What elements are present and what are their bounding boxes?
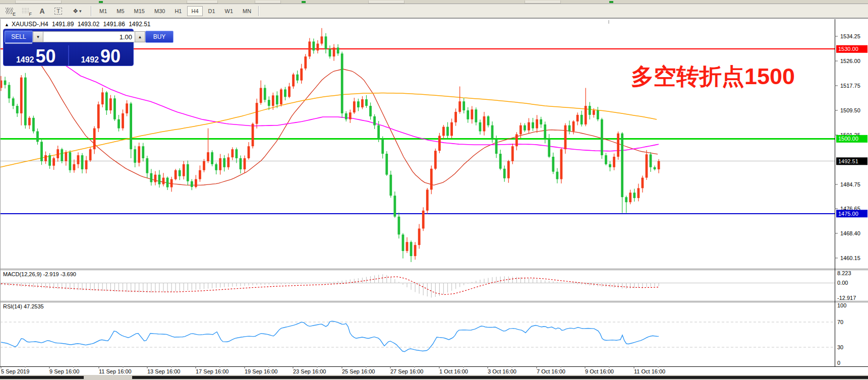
svg-text:19 Sep 16:00: 19 Sep 16:00	[245, 368, 277, 374]
mt4-window: E F A T ❖ ▾ M1 M5 M15 M30 H1 H4 D1 W1 MN…	[0, 0, 868, 380]
svg-text:100: 100	[837, 302, 846, 308]
text-label-icon: T	[54, 8, 62, 15]
symbol-period-label: XAUUSD-,H4	[12, 21, 48, 28]
fibonacci-fan-tool-button[interactable]: F	[19, 6, 33, 17]
svg-text:1534.25: 1534.25	[840, 33, 860, 39]
timeframe-button-mn[interactable]: MN	[239, 6, 255, 16]
tool-sub-label: F	[29, 12, 32, 17]
tool-sub-label: E	[13, 12, 16, 17]
sell-price-button[interactable]: 1492 50	[5, 44, 68, 67]
chart-annotation-text: 多空转折点1500	[631, 64, 795, 90]
chevron-down-icon: ▾	[79, 9, 82, 14]
svg-text:70: 70	[837, 319, 843, 325]
svg-text:7 Oct 16:00: 7 Oct 16:00	[537, 368, 565, 374]
svg-text:1460.15: 1460.15	[840, 255, 860, 261]
bottom-edge-segment	[132, 376, 868, 379]
svg-text:17 Sep 16:00: 17 Sep 16:00	[196, 368, 228, 374]
ohlc-close: 1492.51	[129, 21, 150, 28]
svg-text:1 Oct 16:00: 1 Oct 16:00	[439, 368, 468, 374]
svg-text:3 Oct 16:00: 3 Oct 16:00	[488, 368, 516, 374]
svg-text:1509.50: 1509.50	[840, 107, 860, 113]
timeframe-button-m15[interactable]: M15	[130, 6, 149, 16]
price-axis-surface[interactable]	[835, 19, 868, 366]
text-tool-icon: A	[39, 7, 44, 15]
ohlc-high: 1493.02	[78, 21, 99, 28]
svg-text:11 Sep 16:00: 11 Sep 16:00	[99, 368, 132, 374]
svg-text:25 Sep 16:00: 25 Sep 16:00	[342, 368, 375, 374]
svg-text:13 Sep 16:00: 13 Sep 16:00	[147, 368, 180, 374]
window-bottom-edge	[0, 375, 868, 380]
svg-text:8.223: 8.223	[837, 270, 851, 276]
timeframe-button-h4[interactable]: H4	[187, 6, 202, 16]
toolbar: E F A T ❖ ▾ M1 M5 M15 M30 H1 H4 D1 W1 MN	[0, 4, 868, 18]
buy-price-small: 1492	[81, 55, 99, 65]
text-label-tool-button[interactable]: T	[51, 6, 65, 17]
svg-text:5 Sep 2019: 5 Sep 2019	[1, 368, 29, 374]
partial-button	[255, 1, 281, 4]
svg-text:27 Sep 16:00: 27 Sep 16:00	[390, 368, 423, 374]
arrow-tools-button[interactable]: ❖ ▾	[68, 6, 87, 17]
volume-input[interactable]	[43, 31, 135, 42]
partial-icon	[99, 1, 103, 3]
partial-button	[15, 1, 62, 4]
sell-button[interactable]: SELL	[5, 31, 33, 43]
svg-text:1468.40: 1468.40	[840, 230, 860, 236]
svg-text:0.00: 0.00	[837, 280, 848, 286]
chart-header: ▲XAUUSD-,H4 1491.89 1493.02 1491.86 1492…	[5, 21, 153, 28]
timeframe-button-m5[interactable]: M5	[112, 6, 128, 16]
svg-text:1475.00: 1475.00	[838, 211, 858, 217]
svg-text:1500.00: 1500.00	[838, 136, 858, 142]
collapse-triangle-icon[interactable]: ▲	[5, 22, 9, 27]
svg-text:1492.51: 1492.51	[838, 158, 858, 164]
fibonacci-fan-icon	[22, 8, 29, 14]
partial-button	[187, 1, 218, 4]
svg-text:11 Oct 16:00: 11 Oct 16:00	[634, 368, 665, 374]
partial-button	[525, 1, 561, 4]
svg-text:30: 30	[837, 344, 843, 350]
bottom-edge-segment	[0, 376, 84, 379]
svg-text:1526.00: 1526.00	[840, 58, 860, 64]
price-divider	[68, 45, 69, 66]
svg-text:-12.917: -12.917	[837, 295, 856, 301]
volume-decrease-button[interactable]: ▼	[33, 31, 43, 42]
buy-button[interactable]: BUY	[145, 31, 173, 43]
svg-text:0: 0	[837, 360, 840, 366]
top-toolbar-partial	[0, 0, 868, 4]
svg-text:9 Oct 16:00: 9 Oct 16:00	[585, 368, 614, 374]
buy-price-big: 90	[100, 46, 121, 67]
svg-text:1530.00: 1530.00	[838, 46, 858, 52]
arrow-tools-icon: ❖	[73, 8, 78, 15]
ohlc-low: 1491.86	[103, 21, 125, 28]
partial-icon	[609, 1, 613, 3]
svg-text:1484.75: 1484.75	[840, 181, 860, 187]
toolbar-separator	[258, 6, 259, 16]
rsi-indicator-label: RSI(14) 47.2535	[3, 303, 44, 309]
sell-price-small: 1492	[16, 55, 34, 65]
fibonacci-expansion-icon	[6, 8, 13, 14]
buy-price-button[interactable]: 1492 90	[70, 44, 133, 67]
svg-text:23 Sep 16:00: 23 Sep 16:00	[293, 368, 326, 374]
volume-increase-button[interactable]: ▲	[135, 31, 145, 42]
macd-indicator-label: MACD(12,26,9) -2.919 -3.690	[3, 271, 76, 277]
macd-panel-surface[interactable]	[0, 270, 835, 301]
timeframe-button-d1[interactable]: D1	[204, 6, 219, 16]
timeframe-button-m30[interactable]: M30	[150, 6, 169, 16]
timeframe-button-m1[interactable]: M1	[95, 6, 111, 16]
partial-button	[368, 1, 404, 4]
fibonacci-expansion-tool-button[interactable]: E	[3, 6, 17, 17]
timeframe-button-w1[interactable]: W1	[221, 6, 238, 16]
sell-price-big: 50	[36, 46, 56, 67]
one-click-trading-panel: SELL ▼ ▲ BUY 1492 50 1492 90	[3, 29, 134, 66]
toolbar-separator	[91, 6, 92, 16]
partial-icon	[302, 1, 306, 3]
ohlc-open: 1491.89	[52, 21, 74, 28]
timeframe-button-h1[interactable]: H1	[170, 6, 186, 16]
svg-text:1517.75: 1517.75	[840, 83, 860, 89]
svg-text:9 Sep 16:00: 9 Sep 16:00	[49, 368, 79, 374]
text-tool-button[interactable]: A	[35, 6, 49, 17]
rsi-panel-surface[interactable]	[0, 302, 835, 366]
